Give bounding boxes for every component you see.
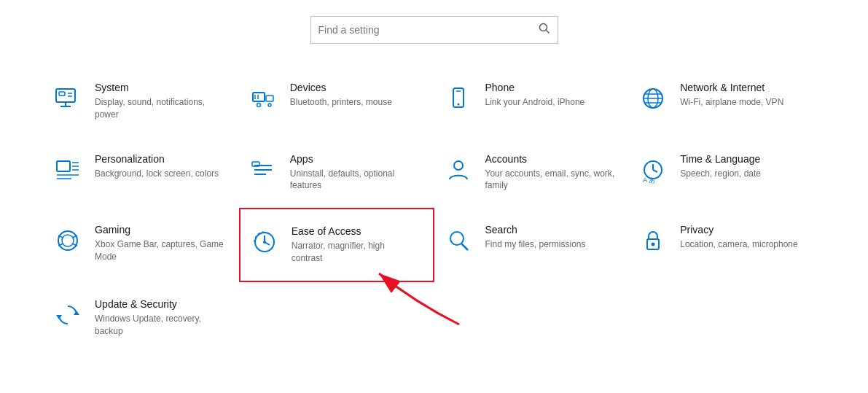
svg-point-47 [263,241,266,244]
accounts-icon [442,153,475,187]
svg-marker-52 [74,311,79,315]
svg-text:A: A [643,176,647,184]
svg-point-15 [457,104,459,106]
privacy-icon [636,224,670,257]
svg-point-0 [539,24,547,31]
setting-text-update: Update & Security Windows Update, recove… [95,298,224,338]
svg-point-39 [62,235,74,246]
setting-desc-phone: Link your Android, iPhone [485,96,585,109]
svg-marker-53 [56,315,62,319]
setting-desc-time: Speech, region, date [680,168,761,180]
search-box[interactable] [310,16,558,44]
setting-desc-apps: Uninstall, defaults, optional features [290,168,420,192]
setting-text-time: Time & Language Speech, region, date [680,153,761,180]
setting-title-update: Update & Security [95,298,224,310]
setting-desc-network: Wi-Fi, airplane mode, VPN [680,96,783,109]
ease-icon [248,225,281,259]
svg-point-38 [58,231,77,250]
svg-rect-5 [59,92,65,96]
setting-title-accounts: Accounts [485,153,615,165]
setting-item-time[interactable]: A あ Time & Language Speech, region, date [629,137,824,209]
setting-title-search: Search [485,224,586,236]
setting-title-network: Network & Internet [680,82,783,93]
setting-item-network[interactable]: Network & Internet Wi-Fi, airplane mode,… [629,66,824,137]
setting-text-ease: Ease of Access Narrator, magnifier, high… [292,225,418,265]
svg-point-10 [257,104,260,107]
apps-icon [246,153,280,187]
search-input[interactable] [318,24,539,36]
setting-text-gaming: Gaming Xbox Game Bar, captures, Game Mod… [95,224,224,263]
time-icon: A あ [636,153,670,187]
setting-text-privacy: Privacy Location, camera, microphone [680,224,797,251]
setting-item-personalization[interactable]: Personalization Background, lock screen,… [44,137,239,209]
svg-line-1 [546,31,549,34]
setting-desc-devices: Bluetooth, printers, mouse [290,96,392,109]
network-icon [636,82,670,115]
phone-icon [442,82,475,115]
search-icon [442,224,475,257]
svg-point-32 [454,161,463,170]
setting-item-phone[interactable]: Phone Link your Android, iPhone [434,66,630,137]
settings-grid: System Display, sound, notifications, po… [0,66,868,353]
setting-title-personalization: Personalization [95,153,219,165]
svg-point-11 [268,104,271,106]
setting-text-personalization: Personalization Background, lock screen,… [95,153,219,180]
setting-desc-update: Windows Update, recovery, backup [95,313,224,338]
svg-rect-22 [57,161,70,171]
setting-desc-personalization: Background, lock screen, colors [95,168,219,180]
setting-desc-ease: Narrator, magnifier, high contrast [292,240,418,265]
setting-item-gaming[interactable]: Gaming Xbox Game Bar, captures, Game Mod… [44,208,239,282]
setting-title-gaming: Gaming [95,224,224,236]
svg-line-49 [461,244,468,251]
setting-item-system[interactable]: System Display, sound, notifications, po… [44,66,239,137]
setting-item-search[interactable]: Search Find my files, permissions [434,208,630,282]
setting-title-devices: Devices [290,82,392,93]
setting-text-accounts: Accounts Your accounts, email, sync, wor… [485,153,615,192]
gaming-icon [51,224,85,257]
setting-title-phone: Phone [485,82,585,93]
setting-item-ease[interactable]: Ease of Access Narrator, magnifier, high… [239,208,434,282]
setting-desc-search: Find my files, permissions [485,238,586,251]
setting-text-search: Search Find my files, permissions [485,224,586,251]
setting-item-apps[interactable]: Apps Uninstall, defaults, optional featu… [239,137,434,209]
svg-text:あ: あ [649,176,655,184]
setting-desc-system: Display, sound, notifications, power [95,96,224,121]
system-icon [51,82,85,115]
setting-desc-accounts: Your accounts, email, sync, work, family [485,168,615,192]
devices-icon [246,82,280,115]
setting-text-devices: Devices Bluetooth, printers, mouse [290,82,392,109]
setting-item-update[interactable]: Update & Security Windows Update, recove… [44,282,239,354]
setting-title-apps: Apps [290,153,420,165]
setting-text-system: System Display, sound, notifications, po… [95,82,224,121]
setting-text-phone: Phone Link your Android, iPhone [485,82,585,109]
svg-rect-9 [266,96,273,101]
setting-item-accounts[interactable]: Accounts Your accounts, email, sync, wor… [434,137,630,209]
update-icon [51,298,85,332]
personalization-icon [51,153,85,187]
setting-title-ease: Ease of Access [292,225,418,237]
setting-item-privacy[interactable]: Privacy Location, camera, microphone [629,208,824,282]
top-bar [0,0,868,66]
svg-point-51 [652,243,655,246]
search-icon [539,23,550,37]
setting-text-apps: Apps Uninstall, defaults, optional featu… [290,153,420,192]
setting-title-system: System [95,82,224,93]
setting-desc-privacy: Location, camera, microphone [680,238,797,251]
setting-desc-gaming: Xbox Game Bar, captures, Game Mode [95,238,224,263]
setting-item-devices[interactable]: Devices Bluetooth, printers, mouse [239,66,434,137]
setting-title-time: Time & Language [680,153,761,165]
svg-line-35 [653,170,657,172]
setting-title-privacy: Privacy [680,224,797,236]
setting-text-network: Network & Internet Wi-Fi, airplane mode,… [680,82,783,109]
svg-point-48 [450,232,464,245]
